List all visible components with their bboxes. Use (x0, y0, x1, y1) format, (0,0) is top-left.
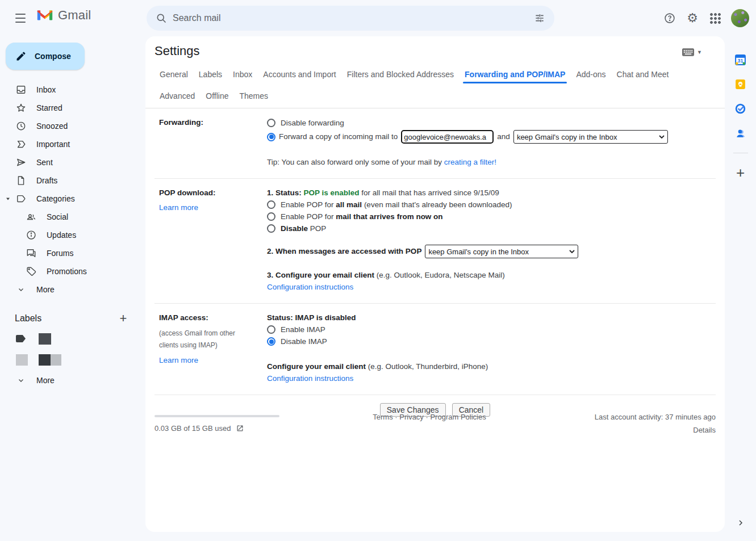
tab-chat-and-meet[interactable]: Chat and Meet (616, 65, 670, 86)
compose-label: Compose (35, 52, 71, 61)
sidebar-labels-more[interactable]: More (0, 371, 145, 389)
forwarding-section: Forwarding: Disable forwarding Forward a… (154, 108, 716, 179)
disable-imap-radio[interactable] (267, 337, 275, 346)
tab-general[interactable]: General (159, 65, 189, 86)
collapse-arrow-icon[interactable] (5, 196, 11, 202)
tab-add-ons[interactable]: Add-ons (575, 65, 606, 86)
sidebar-item-social[interactable]: Social (0, 208, 145, 226)
forward-action-select[interactable]: keep Gmail's copy in the Inbox (513, 130, 668, 144)
compose-button[interactable]: Compose (6, 43, 85, 70)
sidebar-item-inbox[interactable]: Inbox (0, 81, 145, 99)
show-side-panel-icon[interactable] (729, 511, 752, 534)
forwarding-section-label: Forwarding: (159, 117, 267, 128)
sidebar-item-important[interactable]: Important (0, 135, 145, 153)
get-addons-icon[interactable]: + (729, 161, 752, 184)
label-name-redacted (39, 333, 51, 345)
gmail-logo: Gmail (36, 8, 91, 23)
forward-copy-radio[interactable] (267, 133, 275, 141)
google-apps-icon[interactable] (704, 7, 726, 30)
account-avatar[interactable] (731, 9, 749, 27)
pop-step3-line: 3. Configure your email client (e.g. Out… (267, 270, 716, 281)
sidebar-item-snoozed[interactable]: Snoozed (0, 117, 145, 135)
label-name-redacted (39, 354, 51, 366)
sidebar-item-label: Social (47, 212, 68, 221)
label-row[interactable] (0, 349, 145, 370)
pop-action-select[interactable]: keep Gmail's copy in the Inbox (425, 245, 578, 258)
keep-icon[interactable] (729, 73, 752, 95)
label-name-redacted (51, 354, 61, 366)
label-tag-icon (15, 193, 27, 204)
enable-imap-radio[interactable] (267, 325, 275, 334)
last-account-activity: Last account activity: 37 minutes ago (562, 413, 716, 421)
search-icon[interactable] (150, 7, 173, 30)
gmail-wordmark: Gmail (58, 8, 91, 23)
sidebar-item-promotions[interactable]: Promotions (0, 262, 145, 280)
forward-address-select[interactable]: googlevoice@newoaks.a (401, 130, 494, 144)
disable-pop-option[interactable]: Disable POP (267, 223, 716, 234)
sidebar-item-categories[interactable]: Categories (0, 190, 145, 208)
contacts-icon[interactable] (729, 121, 752, 144)
tasks-icon[interactable] (729, 97, 752, 120)
disable-imap-option[interactable]: Disable IMAP (267, 335, 716, 347)
sidebar-item-label: Sent (36, 158, 53, 167)
enable-imap-option[interactable]: Enable IMAP (267, 324, 716, 335)
sidebar-item-label: Promotions (47, 267, 87, 276)
storage-quota-bar (154, 415, 279, 417)
enable-pop-all-mail-option[interactable]: Enable POP for all mail (even mail that'… (267, 199, 716, 211)
creating-a-filter-link[interactable]: creating a filter! (444, 158, 496, 166)
imap-status-line: Status: IMAP is disabled (267, 312, 716, 324)
tab-advanced[interactable]: Advanced (159, 86, 195, 108)
calendar-icon[interactable]: 31 (729, 48, 752, 71)
disable-forwarding-radio[interactable] (267, 119, 275, 127)
label-row[interactable] (0, 328, 145, 349)
enable-pop-from-now-radio[interactable] (267, 212, 275, 221)
people-icon (26, 211, 37, 223)
sidebar-item-label: Inbox (36, 85, 56, 94)
pop-section-label: POP download: (159, 187, 267, 199)
tab-offline[interactable]: Offline (205, 86, 229, 108)
pop-configuration-instructions-link[interactable]: Configuration instructions (267, 282, 716, 293)
sidebar-item-forums[interactable]: Forums (0, 244, 145, 262)
imap-configure-line: Configure your email client (e.g. Outloo… (267, 361, 716, 372)
settings-tabs: General Labels Inbox Accounts and Import… (145, 58, 725, 108)
forward-copy-option[interactable]: Forward a copy of incoming mail to googl… (267, 130, 716, 144)
enable-pop-from-now-option[interactable]: Enable POP for mail that arrives from no… (267, 211, 716, 223)
tab-forwarding-and-pop-imap[interactable]: Forwarding and POP/IMAP (464, 65, 566, 86)
imap-access-section: IMAP access: (access Gmail from other cl… (154, 304, 716, 395)
external-link-icon[interactable] (236, 424, 244, 433)
disable-pop-radio[interactable] (267, 224, 275, 233)
input-tools-button[interactable]: ▼ (682, 48, 702, 56)
sidebar-item-label: More (36, 376, 55, 385)
labels-header: Labels + (0, 299, 145, 328)
footer-links[interactable]: Terms · Privacy · Program Policies (296, 410, 562, 434)
tab-accounts-and-import[interactable]: Accounts and Import (262, 65, 336, 86)
sidebar-item-label: Drafts (36, 176, 57, 185)
tab-themes[interactable]: Themes (239, 86, 269, 108)
activity-details-link[interactable]: Details (562, 426, 716, 434)
tab-filters-and-blocked-addresses[interactable]: Filters and Blocked Addresses (346, 65, 454, 86)
main-menu-icon[interactable] (9, 7, 32, 30)
sidebar-item-starred[interactable]: Starred (0, 99, 145, 117)
search-input[interactable] (173, 13, 528, 23)
disable-forwarding-option[interactable]: Disable forwarding (267, 117, 716, 129)
imap-configuration-instructions-link[interactable]: Configuration instructions (267, 373, 716, 384)
tab-inbox[interactable]: Inbox (232, 65, 253, 86)
sidebar-item-label: Starred (36, 103, 62, 112)
add-label-icon[interactable]: + (116, 311, 131, 326)
side-panel-rail: 31 + (725, 36, 756, 541)
pop-learn-more-link[interactable]: Learn more (159, 202, 198, 213)
dropdown-arrow-icon: ▼ (697, 49, 702, 55)
sidebar-item-sent[interactable]: Sent (0, 153, 145, 171)
labels-title: Labels (15, 313, 41, 324)
search-options-icon[interactable] (528, 7, 551, 30)
imap-learn-more-link[interactable]: Learn more (159, 355, 198, 366)
help-icon[interactable] (658, 7, 681, 30)
sidebar-item-drafts[interactable]: Drafts (0, 171, 145, 190)
settings-card: Settings ▼ General Labels Inbox Accounts… (145, 36, 725, 532)
sidebar-item-more[interactable]: More (0, 280, 145, 299)
enable-pop-all-mail-radio[interactable] (267, 200, 275, 209)
search-bar[interactable] (147, 6, 554, 31)
settings-gear-icon[interactable]: ⚙ (681, 7, 704, 30)
sidebar-item-updates[interactable]: Updates (0, 226, 145, 244)
tab-labels[interactable]: Labels (198, 65, 223, 86)
